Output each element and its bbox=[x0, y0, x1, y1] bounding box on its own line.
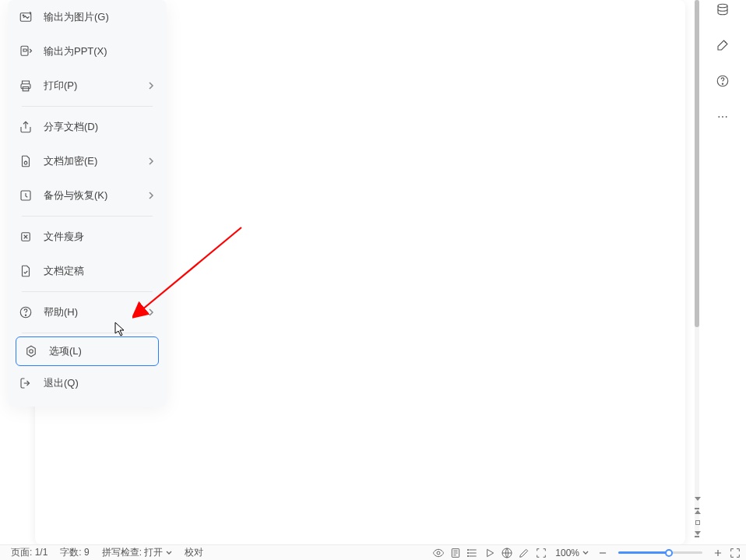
menu-item-backup[interactable]: 备份与恢复(K) bbox=[8, 178, 167, 213]
svg-point-4 bbox=[23, 15, 24, 16]
print-icon bbox=[19, 79, 33, 93]
zoom-out-button[interactable] bbox=[596, 547, 609, 559]
zoom-in-button[interactable] bbox=[712, 547, 724, 559]
svg-point-16 bbox=[437, 551, 440, 555]
status-page-label: 页面: 1/1 bbox=[11, 546, 48, 559]
globe-icon[interactable] bbox=[501, 547, 513, 559]
menu-item-options[interactable]: 选项(L) bbox=[16, 336, 159, 366]
status-proof-label: 校对 bbox=[185, 546, 203, 559]
export-ppt-icon bbox=[19, 44, 33, 58]
more-icon[interactable]: ⋯ bbox=[715, 109, 730, 125]
menu-item-share[interactable]: 分享文档(D) bbox=[8, 110, 167, 144]
svg-point-2 bbox=[722, 83, 723, 84]
menu-separator bbox=[22, 106, 153, 107]
svg-point-19 bbox=[468, 552, 469, 553]
file-menu-panel: 输出为图片(G) 输出为PPT(X) 打印(P) 分享文档(D) bbox=[8, 0, 167, 407]
chevron-right-icon bbox=[146, 157, 156, 166]
page-down-icon[interactable] bbox=[695, 497, 701, 501]
chevron-down-icon bbox=[166, 550, 172, 556]
menu-separator bbox=[22, 216, 153, 217]
menu-item-exit[interactable]: 退出(Q) bbox=[8, 366, 167, 400]
help-circle-icon[interactable] bbox=[715, 73, 730, 89]
svg-point-12 bbox=[25, 315, 26, 315]
status-page[interactable]: 页面: 1/1 bbox=[5, 545, 54, 560]
edit-icon[interactable] bbox=[518, 547, 530, 559]
menu-separator bbox=[22, 291, 153, 292]
zoom-slider-knob[interactable] bbox=[665, 549, 673, 557]
menu-item-label: 文档加密(E) bbox=[44, 154, 146, 168]
menu-item-label: 打印(P) bbox=[44, 79, 146, 93]
menu-item-label: 帮助(H) bbox=[44, 305, 146, 319]
menu-item-print[interactable]: 打印(P) bbox=[8, 69, 167, 103]
zoom-level[interactable]: 100% bbox=[552, 548, 592, 558]
menu-separator bbox=[22, 333, 153, 333]
chevron-right-icon bbox=[146, 308, 156, 317]
status-wordcount[interactable]: 字数: 9 bbox=[54, 545, 95, 560]
zoom-slider[interactable] bbox=[618, 551, 702, 554]
menu-item-label: 备份与恢复(K) bbox=[44, 188, 146, 203]
page-nav-mini bbox=[695, 497, 701, 538]
svg-point-20 bbox=[468, 555, 469, 556]
menu-item-finalize[interactable]: 文档定稿 bbox=[8, 254, 167, 288]
status-proof[interactable]: 校对 bbox=[178, 545, 209, 560]
database-icon[interactable] bbox=[715, 2, 730, 17]
compress-icon bbox=[19, 230, 33, 244]
chevron-right-icon bbox=[146, 191, 156, 200]
menu-item-label: 输出为PPT(X) bbox=[44, 44, 156, 58]
svg-point-8 bbox=[24, 161, 27, 164]
vertical-scrollbar-thumb[interactable] bbox=[695, 0, 699, 327]
vertical-scrollbar-track[interactable] bbox=[695, 0, 699, 537]
menu-item-export-image[interactable]: 输出为图片(G) bbox=[8, 0, 167, 34]
menu-item-export-ppt[interactable]: 输出为PPT(X) bbox=[8, 34, 167, 69]
play-icon[interactable] bbox=[484, 547, 496, 559]
menu-item-label: 输出为图片(G) bbox=[44, 10, 156, 24]
help-icon bbox=[19, 305, 33, 319]
more-label: ⋯ bbox=[717, 111, 729, 123]
finalize-icon bbox=[19, 264, 33, 278]
page-up-bar-icon[interactable] bbox=[695, 507, 701, 514]
right-side-toolbar: ⋯ bbox=[707, 0, 738, 125]
chevron-right-icon bbox=[146, 81, 156, 90]
menu-item-compress[interactable]: 文件瘦身 bbox=[8, 220, 167, 254]
menu-item-label: 文档定稿 bbox=[44, 264, 156, 278]
svg-point-0 bbox=[718, 4, 727, 8]
focus-icon[interactable] bbox=[535, 547, 547, 559]
export-image-icon bbox=[19, 10, 33, 24]
exit-icon bbox=[19, 376, 33, 390]
eye-icon[interactable] bbox=[432, 547, 445, 559]
settings-icon bbox=[24, 344, 38, 358]
view-outline-icon[interactable] bbox=[466, 547, 479, 559]
menu-item-help[interactable]: 帮助(H) bbox=[8, 295, 167, 329]
status-spellcheck[interactable]: 拼写检查: 打开 bbox=[96, 545, 179, 560]
share-icon bbox=[19, 120, 33, 134]
svg-marker-13 bbox=[27, 346, 36, 357]
svg-point-14 bbox=[30, 350, 33, 354]
status-wordcount-label: 字数: 9 bbox=[60, 546, 89, 559]
status-spellcheck-label: 拼写检查: 打开 bbox=[102, 546, 164, 559]
tools-icon[interactable] bbox=[715, 37, 730, 53]
page-select-icon[interactable] bbox=[695, 520, 700, 525]
page-down-bar-icon[interactable] bbox=[695, 531, 701, 538]
menu-item-label: 分享文档(D) bbox=[44, 120, 156, 134]
menu-item-encrypt[interactable]: 文档加密(E) bbox=[8, 144, 167, 178]
backup-icon bbox=[19, 188, 33, 203]
status-bar: 页面: 1/1 字数: 9 拼写检查: 打开 校对 bbox=[0, 544, 746, 560]
zoom-slider-fill bbox=[618, 551, 669, 554]
chevron-down-icon bbox=[582, 550, 589, 556]
menu-item-label: 文件瘦身 bbox=[44, 230, 156, 244]
menu-item-label: 选项(L) bbox=[49, 344, 150, 358]
zoom-level-label: 100% bbox=[555, 548, 579, 558]
encrypt-icon bbox=[19, 154, 33, 168]
svg-point-18 bbox=[468, 549, 469, 550]
menu-item-label: 退出(Q) bbox=[44, 376, 156, 390]
view-page-icon[interactable] bbox=[449, 547, 462, 559]
fullscreen-icon[interactable] bbox=[729, 547, 741, 559]
